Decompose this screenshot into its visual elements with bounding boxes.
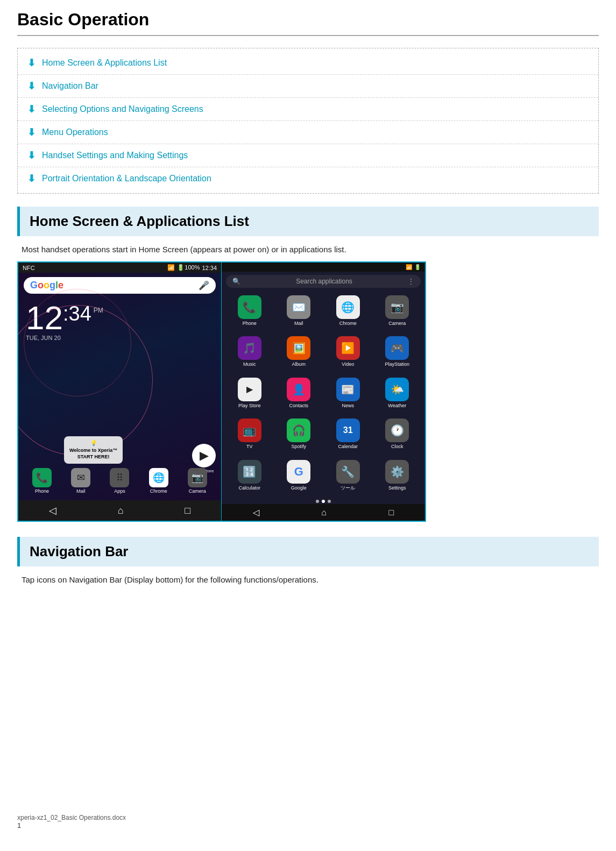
al-calendar-label: Calendar: [338, 444, 358, 450]
home-screen-body: Google 🎤 12 : 34 PM: [18, 273, 221, 500]
mic-icon: 🎤: [199, 280, 209, 290]
app-tools: 🔧 ツール: [324, 458, 372, 497]
al-google-icon: G: [287, 460, 310, 484]
home-screen-screenshot: NFC 📶 🔋100% 12:34 Google 🎤: [18, 263, 222, 521]
al-chrome-icon: 🌐: [336, 295, 360, 319]
google-search-bar[interactable]: Google 🎤: [24, 277, 216, 294]
welcome-bulb-icon: 💡: [69, 439, 117, 447]
al-camera-icon: 📷: [385, 295, 409, 319]
toc-link-home-screen: Home Screen & Applications List: [42, 58, 167, 68]
al-contacts-label: Contacts: [289, 403, 308, 409]
app-google: G Google: [275, 458, 323, 497]
al-settings-icon: ⚙️: [385, 460, 409, 484]
al-home-button[interactable]: ⌂: [321, 508, 327, 517]
toc-link-portrait: Portrait Orientation & Landscape Orienta…: [42, 174, 211, 183]
al-calendar-icon: 31: [336, 419, 360, 442]
al-google-label: Google: [291, 485, 307, 491]
welcome-line1: Welcome to Xperia™: [69, 447, 117, 454]
app-mail: ✉️ Mail: [275, 293, 323, 332]
applist-statusbar: 📶 🔋: [222, 263, 425, 272]
al-music-label: Music: [243, 361, 256, 367]
al-back-button[interactable]: ◁: [253, 507, 259, 517]
dot-1: [316, 500, 319, 503]
app-settings: ⚙️ Settings: [374, 458, 421, 497]
dock-apps: ⠿ Apps: [110, 468, 129, 494]
search-placeholder: Search applications: [296, 278, 352, 285]
home-nav-bar: ◁ ⌂ □: [18, 500, 221, 521]
al-weather-icon: 🌤️: [385, 378, 409, 401]
toc-link-menu: Menu Operations: [42, 127, 108, 137]
play-store-circle: ▶: [192, 444, 216, 467]
home-button[interactable]: ⌂: [118, 505, 124, 516]
al-album-icon: 🖼️: [287, 336, 310, 360]
al-phone-icon: 📞: [238, 295, 261, 319]
toc-link-nav-bar: Navigation Bar: [42, 81, 98, 91]
toc-item-portrait[interactable]: ⬇ Portrait Orientation & Landscape Orien…: [18, 167, 598, 190]
toc-item-home-screen[interactable]: ⬇ Home Screen & Applications List: [18, 52, 598, 75]
toc-item-handset[interactable]: ⬇ Handset Settings and Making Settings: [18, 144, 598, 167]
al-album-label: Album: [292, 361, 306, 367]
app-playstation: 🎮 PlayStation: [374, 334, 421, 373]
home-dock-apps: 📞 Phone ✉ Mail ⠿ Apps 🌐: [18, 466, 221, 496]
al-playstation-label: PlayStation: [385, 361, 409, 367]
al-battery-icon: 🔋: [414, 264, 421, 270]
al-settings-label: Settings: [388, 485, 406, 491]
al-news-label: News: [342, 403, 354, 409]
app-clock: 🕐 Clock: [374, 416, 421, 455]
toc-arrow-icon: ⬇: [27, 126, 36, 138]
al-spotify-icon: 🎧: [287, 419, 310, 442]
toc-link-selecting: Selecting Options and Navigating Screens: [42, 104, 203, 114]
app-music: 🎵 Music: [226, 334, 273, 373]
toc-item-nav-bar[interactable]: ⬇ Navigation Bar: [18, 75, 598, 98]
google-logo: Google: [30, 280, 63, 291]
recent-button[interactable]: □: [185, 505, 190, 516]
apps-icon: ⠿: [110, 468, 129, 487]
toc-item-menu[interactable]: ⬇ Menu Operations: [18, 121, 598, 144]
toc-arrow-icon: ⬇: [27, 103, 36, 115]
dock-chrome: 🌐 Chrome: [149, 468, 168, 494]
al-video-label: Video: [342, 361, 354, 367]
al-calculator-icon: 🔢: [238, 460, 261, 484]
al-playstore-label: Play Store: [238, 403, 261, 409]
toc-arrow-icon: ⬇: [27, 150, 36, 161]
al-tools-icon: 🔧: [336, 460, 360, 484]
al-weather-label: Weather: [388, 403, 406, 409]
back-button[interactable]: ◁: [49, 505, 56, 516]
al-recent-button[interactable]: □: [389, 508, 394, 517]
al-mail-label: Mail: [294, 321, 303, 327]
al-tools-label: ツール: [341, 485, 355, 491]
page-dots: [222, 499, 425, 504]
app-calendar: 31 Calendar: [324, 416, 372, 455]
arc-decoration-2: [24, 289, 131, 396]
app-phone: 📞 Phone: [226, 293, 273, 332]
search-icon: 🔍: [232, 278, 240, 285]
time-display: 12:34: [202, 265, 217, 271]
page-number: 1: [17, 821, 126, 829]
footer: xperia-xz1_02_Basic Operations.docx 1: [17, 814, 126, 829]
al-signal-icon: 📶: [406, 264, 412, 270]
nfc-icon: NFC: [23, 265, 35, 271]
app-contacts: 👤 Contacts: [275, 375, 323, 414]
camera-icon: 📷: [188, 468, 207, 487]
app-weather: 🌤️ Weather: [374, 375, 421, 414]
app-spotify: 🎧 Spotify: [275, 416, 323, 455]
dot-2: [322, 500, 325, 503]
al-playstation-icon: 🎮: [385, 336, 409, 360]
page-title: Basic Operation: [17, 10, 599, 36]
al-chrome-label: Chrome: [339, 321, 357, 327]
welcome-card: 💡 Welcome to Xperia™ START HERE!: [64, 436, 123, 464]
applist-screenshot: 📶 🔋 🔍 Search applications ⋮ 📞 Phone: [222, 263, 425, 521]
al-video-icon: ▶️: [336, 336, 360, 360]
toc-arrow-icon: ⬇: [27, 173, 36, 185]
applist-search-bar[interactable]: 🔍 Search applications ⋮: [226, 275, 421, 288]
dock-phone: 📞 Phone: [32, 468, 52, 494]
phone-icon: 📞: [32, 468, 52, 487]
dock-camera: 📷 Camera: [188, 468, 207, 494]
toc-link-handset: Handset Settings and Making Settings: [42, 151, 188, 160]
al-tv-icon: 📺: [238, 419, 261, 442]
table-of-contents: ⬇ Home Screen & Applications List ⬇ Navi…: [17, 48, 599, 194]
app-calculator: 🔢 Calculator: [226, 458, 273, 497]
al-clock-icon: 🕐: [385, 419, 409, 442]
toc-item-selecting[interactable]: ⬇ Selecting Options and Navigating Scree…: [18, 98, 598, 121]
al-status-icons: 📶 🔋: [406, 264, 421, 270]
